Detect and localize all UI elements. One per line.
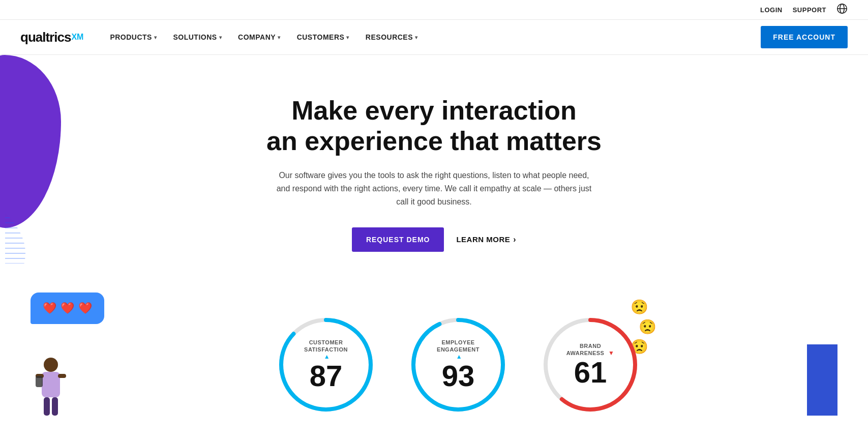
chevron-down-icon: ▾	[278, 35, 281, 40]
gauge-brand-awareness: 😟 😟 😟 BRAND AWARENESS ▼ 61	[540, 314, 641, 416]
gauge-inner-ba: BRAND AWARENESS ▼ 61	[565, 342, 616, 387]
sad-face-2: 😟	[639, 318, 656, 335]
hero-subtext: Our software gives you the tools to ask …	[277, 169, 592, 209]
top-bar: LOGIN SUPPORT	[0, 0, 868, 19]
gauge-inner-cs: CUSTOMER SATISFACTION ▲ 87	[301, 339, 351, 391]
login-link[interactable]: LOGIN	[760, 6, 783, 14]
chevron-down-icon: ▾	[154, 35, 157, 40]
gauge-employee-engagement: EMPLOYEE ENGAGEMENT ▲ 93	[407, 314, 509, 416]
heart-icon-3: ❤️	[78, 302, 92, 315]
gauge-customer-satisfaction: CUSTOMER SATISFACTION ▲ 87	[275, 314, 377, 416]
trend-down-icon: ▼	[608, 349, 614, 357]
request-demo-button[interactable]: REQUEST DEMO	[352, 227, 444, 252]
gauge-inner-ee: EMPLOYEE ENGAGEMENT ▲ 93	[433, 339, 484, 391]
person-illustration-left	[31, 355, 71, 416]
free-account-button[interactable]: FREE ACCOUNT	[761, 26, 848, 48]
sad-face-1: 😟	[631, 299, 656, 315]
gauge-group: CUSTOMER SATISFACTION ▲ 87 EMPLOYEE ENGA…	[119, 314, 797, 416]
metrics-section: ❤️ ❤️ ❤️	[0, 282, 868, 416]
chat-bubble: ❤️ ❤️ ❤️	[31, 292, 104, 324]
blue-shape	[807, 344, 837, 416]
svg-rect-20	[42, 372, 60, 397]
nav-item-company[interactable]: COMPANY ▾	[232, 29, 287, 45]
logo-xm: XM	[71, 33, 83, 42]
nav-item-products[interactable]: PRODUCTS ▾	[104, 29, 163, 45]
gauge-circle-ba: BRAND AWARENESS ▼ 61	[540, 314, 641, 416]
support-link[interactable]: SUPPORT	[793, 6, 826, 14]
nav-item-resources[interactable]: RESOURCES ▾	[360, 29, 424, 45]
arrow-right-icon: ›	[513, 235, 516, 244]
chevron-down-icon: ▾	[346, 35, 349, 40]
svg-rect-22	[36, 376, 43, 387]
learn-more-button[interactable]: LEARN MORE ›	[456, 235, 516, 244]
hero-buttons: REQUEST DEMO LEARN MORE ›	[10, 227, 858, 252]
svg-rect-23	[58, 374, 66, 378]
logo-text: qualtrics	[20, 30, 71, 45]
chevron-down-icon: ▾	[219, 35, 222, 40]
nav-item-solutions[interactable]: SOLUTIONS ▾	[167, 29, 228, 45]
svg-rect-25	[52, 397, 58, 416]
hero-heading: Make every interaction an experience tha…	[256, 96, 612, 157]
nav-links: PRODUCTS ▾ SOLUTIONS ▾ COMPANY ▾ CUSTOME…	[104, 29, 761, 45]
svg-rect-24	[44, 397, 50, 416]
logo[interactable]: qualtrics XM	[20, 30, 83, 45]
chevron-down-icon: ▾	[415, 35, 418, 40]
svg-point-19	[44, 358, 58, 372]
gauge-circle-ee: EMPLOYEE ENGAGEMENT ▲ 93	[407, 314, 509, 416]
hero-section: Make every interaction an experience tha…	[0, 55, 868, 282]
nav-item-customers[interactable]: CUSTOMERS ▾	[291, 29, 355, 45]
right-decoration	[807, 339, 837, 416]
heart-icon-2: ❤️	[61, 302, 74, 315]
globe-icon[interactable]	[836, 3, 848, 16]
gauge-circle-cs: CUSTOMER SATISFACTION ▲ 87	[275, 314, 377, 416]
navbar: qualtrics XM PRODUCTS ▾ SOLUTIONS ▾ COMP…	[0, 19, 868, 55]
heart-icon-1: ❤️	[43, 302, 56, 315]
hero-content: Make every interaction an experience tha…	[10, 96, 858, 252]
